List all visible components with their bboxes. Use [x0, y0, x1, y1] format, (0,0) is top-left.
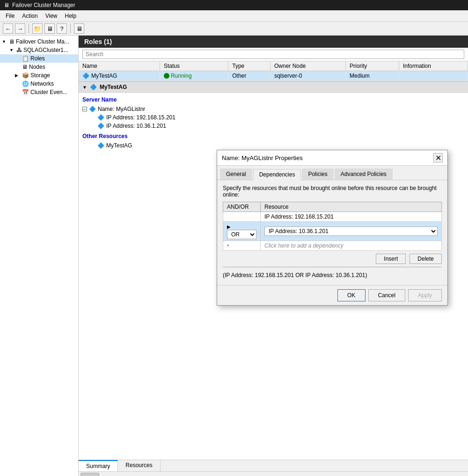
other-resource-label: MyTestAG	[106, 142, 132, 149]
menu-help[interactable]: Help	[61, 11, 80, 21]
delete-button[interactable]: Delete	[410, 254, 442, 264]
tree-icon-networks: 🌐	[22, 81, 29, 87]
menu-view[interactable]: View	[42, 11, 61, 21]
tree-label-clusterevents: Cluster Even...	[30, 89, 67, 95]
cell-type: Other	[228, 71, 271, 81]
tab-general[interactable]: General	[220, 168, 252, 180]
tree-item-storage[interactable]: ▶ 📦 Storage	[0, 71, 78, 80]
cell-owner: sqlserver-0	[271, 71, 346, 81]
panel-header: Roles (1)	[79, 36, 468, 48]
menu-bar: File Action View Help	[0, 10, 468, 22]
tree-icon-cluster: 🖧	[16, 47, 22, 53]
dialog-tabs: General Dependencies Policies Advanced P…	[217, 166, 447, 180]
lower-tree-child-2[interactable]: 🔷 IP Address: 10.36.1.201	[82, 122, 464, 130]
dialog-close-button[interactable]: ✕	[433, 153, 443, 162]
tree-chevron-root: ▼	[2, 39, 7, 44]
lower-tree-child-2-icon: 🔷	[97, 123, 104, 129]
dialog-content: Specify the resources that must be broug…	[217, 180, 447, 285]
col-priority: Priority	[346, 61, 399, 71]
dep-andor-select[interactable]: OR AND	[227, 230, 256, 239]
dep-add-dot: •	[223, 241, 261, 251]
dep-add-row[interactable]: • Click here to add a dependency	[223, 241, 442, 251]
tree-label-nodes: Nodes	[29, 64, 45, 70]
apply-button[interactable]: Apply	[408, 289, 442, 301]
ok-button[interactable]: OK	[337, 289, 366, 301]
tree-label-root: Failover Cluster Ma...	[16, 38, 69, 45]
title-bar-icon: 🖥	[4, 2, 9, 8]
tree-icon-nodes: 🖥	[22, 64, 28, 70]
col-owner-node: Owner Node	[271, 61, 346, 71]
tree-label-cluster: SQLAGCluster1...	[23, 47, 68, 53]
tree-chevron-cluster: ▼	[9, 48, 15, 52]
dep-cell-resource-2: IP Address: 10.36.1.201 IP Address: 192.…	[261, 222, 442, 241]
toolbar-forward[interactable]: →	[15, 23, 25, 34]
menu-file[interactable]: File	[2, 11, 18, 21]
tree-item-root[interactable]: ▼ 🖥 Failover Cluster Ma...	[0, 37, 78, 46]
col-name: Name	[79, 61, 160, 71]
panel-header-title: Roles (1)	[84, 38, 112, 45]
other-resources-label: Other Resources	[82, 133, 464, 139]
tab-policies[interactable]: Policies	[302, 168, 333, 180]
cell-name: 🔷 MyTestAG	[79, 71, 160, 81]
toolbar-monitor[interactable]: 🖥	[44, 23, 55, 34]
lower-pane-icon: 🔷	[90, 84, 97, 90]
bottom-tabs: Summary Resources	[79, 460, 468, 471]
insert-button[interactable]: Insert	[376, 254, 406, 264]
search-input[interactable]	[82, 50, 464, 59]
toolbar: ← → 📁 🖥 ? 🖥	[0, 22, 468, 36]
search-bar	[79, 48, 468, 61]
tree-item-nodes[interactable]: 🖥 Nodes	[0, 63, 78, 71]
dep-add-label[interactable]: Click here to add a dependency	[261, 241, 442, 251]
col-information: Information	[399, 61, 468, 71]
dep-row-1[interactable]: IP Address: 192.168.15.201	[223, 212, 442, 222]
tab-advanced-policies[interactable]: Advanced Policies	[335, 168, 393, 180]
tree-item-clusterevents[interactable]: 📅 Cluster Even...	[0, 88, 78, 96]
table-row[interactable]: 🔷 MyTestAG Running Other sqlserver-0	[79, 71, 468, 81]
dependencies-table: AND/OR Resource IP Address: 192.168.15.2…	[223, 202, 442, 251]
toolbar-back[interactable]: ←	[3, 23, 13, 34]
row-icon: 🔷	[82, 73, 89, 79]
lower-pane-chevron: ▼	[82, 85, 87, 90]
lower-tree-root[interactable]: − 🔷 Name: MyAGListnr	[82, 105, 464, 113]
lower-tree-root-icon: 🔷	[89, 106, 96, 112]
lower-tree-child-1-icon: 🔷	[97, 114, 104, 121]
cancel-button[interactable]: Cancel	[368, 289, 405, 301]
tab-resources[interactable]: Resources	[118, 460, 160, 471]
dialog-divider	[223, 267, 442, 267]
cell-priority: Medium	[346, 71, 399, 81]
tree-icon-root: 🖥	[9, 38, 15, 45]
lower-tree-child-2-label: IP Address: 10.36.1.201	[106, 123, 166, 129]
dep-cell-andor-2: ▶ OR AND	[223, 222, 261, 241]
tree-icon-roles: 📋	[22, 55, 29, 62]
dialog: Name: MyAGListnr Properties ✕ General De…	[217, 150, 448, 306]
toolbar-folder[interactable]: 📁	[32, 23, 43, 34]
dialog-titlebar: Name: MyAGListnr Properties ✕	[217, 150, 447, 166]
tree-chevron-storage: ▶	[15, 73, 21, 78]
dep-row-2[interactable]: ▶ OR AND IP Address: 10.36.1.201 IP Addr…	[223, 222, 442, 241]
scroll-thumb[interactable]	[80, 473, 99, 476]
tree-icon-clusterevents: 📅	[22, 89, 29, 95]
lower-tree-child-1[interactable]: 🔷 IP Address: 192.168.15.201	[82, 113, 464, 122]
tree-item-networks[interactable]: 🌐 Networks	[0, 80, 78, 88]
lower-pane-title: MyTestAG	[100, 84, 127, 90]
tree-item-roles[interactable]: 📋 Roles	[0, 54, 78, 63]
toolbar-help[interactable]: ?	[57, 23, 67, 34]
dep-cell-andor-1	[223, 212, 261, 222]
bottom-scroll-area	[79, 471, 468, 476]
lower-tree-root-label: Name: MyAGListnr	[98, 106, 145, 112]
other-resource-item[interactable]: 🔷 MyTestAG	[82, 141, 464, 150]
tab-summary[interactable]: Summary	[79, 460, 118, 471]
toolbar-monitor2[interactable]: 🖥	[74, 23, 84, 34]
col-status: Status	[160, 61, 228, 71]
tree-icon-storage: 📦	[22, 72, 29, 79]
dependency-expression: (IP Address: 192.168.15.201 OR IP Addres…	[223, 270, 442, 280]
roles-table: Name Status Type Owner Node Priority Inf…	[79, 61, 468, 81]
menu-action[interactable]: Action	[18, 11, 41, 21]
tab-dependencies[interactable]: Dependencies	[253, 169, 301, 180]
lower-pane-content: Server Name − 🔷 Name: MyAGListnr 🔷 IP Ad…	[79, 93, 468, 154]
dep-resource-select[interactable]: IP Address: 10.36.1.201 IP Address: 192.…	[264, 227, 438, 236]
tree-item-cluster[interactable]: ▼ 🖧 SQLAGCluster1...	[0, 46, 78, 54]
tree-label-networks: Networks	[30, 81, 54, 87]
roles-table-container: Name Status Type Owner Node Priority Inf…	[79, 61, 468, 81]
dep-buttons: Insert Delete	[223, 254, 442, 264]
